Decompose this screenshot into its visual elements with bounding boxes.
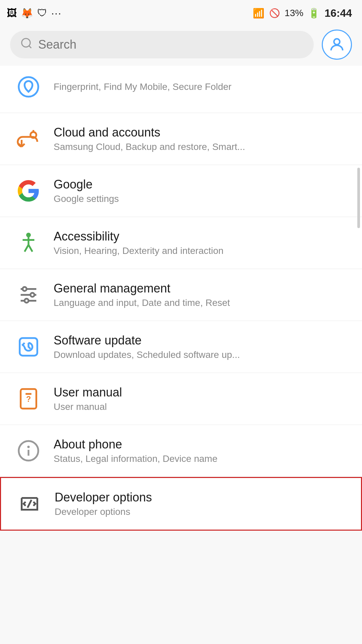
settings-item-developer-options[interactable]: Developer options Developer options bbox=[0, 477, 362, 531]
status-left-icons: 🖼 🦊 🛡 ··· bbox=[7, 7, 62, 19]
svg-line-1 bbox=[29, 46, 31, 48]
user-manual-title: User manual bbox=[54, 385, 349, 399]
about-phone-icon bbox=[13, 436, 44, 466]
svg-line-9 bbox=[28, 245, 33, 252]
battery-percent: 13% bbox=[285, 8, 303, 18]
svg-point-11 bbox=[23, 287, 27, 291]
settings-item-google[interactable]: Google Google settings bbox=[0, 165, 362, 217]
biometrics-text: Fingerprint, Find My Mobile, Secure Fold… bbox=[54, 82, 349, 92]
biometrics-item-partial[interactable]: Fingerprint, Find My Mobile, Secure Fold… bbox=[0, 66, 362, 113]
svg-point-4 bbox=[31, 132, 37, 138]
svg-line-8 bbox=[24, 245, 28, 252]
shield-icon: 🛡 bbox=[37, 7, 47, 19]
scrollbar-track[interactable] bbox=[357, 168, 360, 228]
settings-list: Fingerprint, Find My Mobile, Secure Fold… bbox=[0, 66, 362, 531]
user-manual-icon: ? bbox=[13, 384, 44, 414]
wifi-icon: 📶 bbox=[253, 8, 264, 19]
cloud-accounts-subtitle: Samsung Cloud, Backup and restore, Smart… bbox=[54, 142, 349, 152]
accessibility-subtitle: Vision, Hearing, Dexterity and interacti… bbox=[54, 246, 349, 256]
svg-point-3 bbox=[19, 77, 38, 97]
battery-icon: 🔋 bbox=[308, 8, 320, 19]
general-management-title: General management bbox=[54, 281, 349, 296]
accessibility-title: Accessibility bbox=[54, 229, 349, 244]
cloud-accounts-icon bbox=[13, 124, 44, 154]
user-manual-subtitle: User manual bbox=[54, 401, 349, 412]
google-subtitle: Google settings bbox=[54, 194, 349, 204]
status-right-icons: 📶 🚫 13% 🔋 16:44 bbox=[253, 7, 352, 19]
search-icon bbox=[20, 37, 33, 52]
software-update-subtitle: Download updates, Scheduled software up.… bbox=[54, 350, 349, 360]
cloud-accounts-text: Cloud and accounts Samsung Cloud, Backup… bbox=[54, 125, 349, 152]
software-update-icon bbox=[13, 332, 44, 362]
profile-button[interactable] bbox=[322, 30, 352, 60]
cloud-accounts-title: Cloud and accounts bbox=[54, 125, 349, 140]
accessibility-text: Accessibility Vision, Hearing, Dexterity… bbox=[54, 229, 349, 256]
about-phone-subtitle: Status, Legal information, Device name bbox=[54, 453, 349, 464]
biometrics-icon bbox=[13, 72, 44, 102]
developer-options-text: Developer options Developer options bbox=[55, 490, 348, 517]
svg-point-0 bbox=[22, 39, 30, 47]
google-title: Google bbox=[54, 177, 349, 192]
developer-options-title: Developer options bbox=[55, 490, 348, 504]
about-phone-text: About phone Status, Legal information, D… bbox=[54, 437, 349, 464]
about-phone-title: About phone bbox=[54, 437, 349, 451]
no-sim-icon: 🚫 bbox=[269, 8, 280, 18]
settings-item-accessibility[interactable]: Accessibility Vision, Hearing, Dexterity… bbox=[0, 217, 362, 269]
settings-item-user-manual[interactable]: ? User manual User manual bbox=[0, 373, 362, 425]
general-management-subtitle: Language and input, Date and time, Reset bbox=[54, 298, 349, 308]
svg-point-15 bbox=[24, 299, 28, 303]
svg-point-5 bbox=[27, 233, 30, 236]
developer-options-subtitle: Developer options bbox=[55, 506, 348, 517]
general-management-icon bbox=[13, 280, 44, 310]
svg-text:?: ? bbox=[26, 395, 31, 404]
svg-point-2 bbox=[334, 39, 340, 45]
svg-point-13 bbox=[31, 293, 35, 297]
user-manual-text: User manual User manual bbox=[54, 385, 349, 412]
search-bar[interactable] bbox=[10, 31, 314, 58]
settings-item-software-update[interactable]: Software update Download updates, Schedu… bbox=[0, 321, 362, 373]
settings-item-general-management[interactable]: General management Language and input, D… bbox=[0, 269, 362, 321]
more-icon: ··· bbox=[51, 7, 62, 19]
biometrics-subtitle: Fingerprint, Find My Mobile, Secure Fold… bbox=[54, 82, 349, 92]
firefox-icon: 🦊 bbox=[21, 7, 33, 19]
software-update-title: Software update bbox=[54, 333, 349, 347]
clock: 16:44 bbox=[324, 7, 352, 19]
developer-options-icon bbox=[14, 489, 45, 519]
status-bar: 🖼 🦊 🛡 ··· 📶 🚫 13% 🔋 16:44 bbox=[0, 0, 362, 23]
software-update-text: Software update Download updates, Schedu… bbox=[54, 333, 349, 360]
google-icon bbox=[13, 176, 44, 206]
settings-item-cloud-accounts[interactable]: Cloud and accounts Samsung Cloud, Backup… bbox=[0, 113, 362, 165]
search-area bbox=[0, 23, 362, 66]
settings-item-about-phone[interactable]: About phone Status, Legal information, D… bbox=[0, 425, 362, 477]
general-management-text: General management Language and input, D… bbox=[54, 281, 349, 308]
search-input[interactable] bbox=[38, 38, 304, 52]
image-icon: 🖼 bbox=[7, 7, 17, 19]
google-text: Google Google settings bbox=[54, 177, 349, 204]
accessibility-icon bbox=[13, 228, 44, 258]
